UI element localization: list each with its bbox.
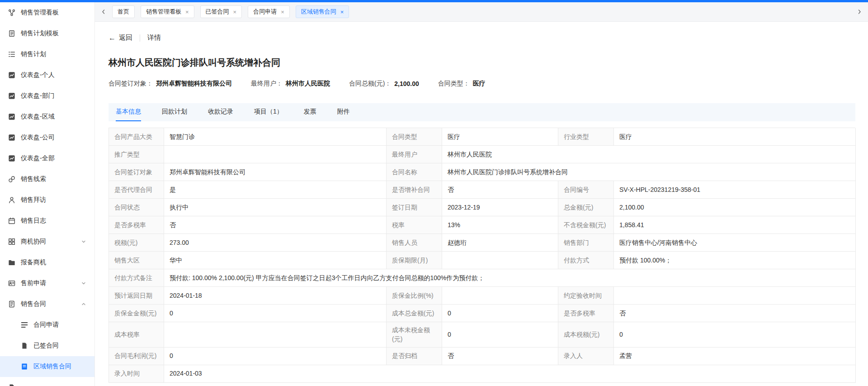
sidebar-item-presales-request[interactable]: 售前申请	[0, 273, 94, 294]
sidebar-item-label: 仪表盘-全部	[21, 154, 55, 162]
field-label: 税率	[387, 216, 442, 234]
window-tab-contract-request[interactable]: 合同申请×	[248, 5, 290, 18]
sidebar-item-sales-log[interactable]: 销售日志	[0, 210, 94, 231]
sidebar-item-label: 销售管理看板	[21, 9, 59, 17]
sidebar-item-dashboard-company[interactable]: 仪表盘-公司	[0, 127, 94, 148]
tabs-scroll-right-icon[interactable]	[856, 9, 863, 15]
collab-icon	[8, 238, 15, 245]
detail-tab-projects[interactable]: 项目（1）	[254, 103, 283, 121]
field-label: 成本税率	[109, 322, 164, 348]
field-value	[442, 287, 558, 305]
field-value: SV-X-HPL-20231219-358-01	[614, 181, 856, 199]
chevron-up-icon	[81, 301, 86, 307]
field-value: 林州市人民医院	[442, 146, 856, 163]
field-value: 否	[614, 305, 856, 322]
tab-label: 合同申请	[253, 8, 277, 16]
folder-icon	[8, 259, 15, 266]
detail-tab-invoices[interactable]: 发票	[304, 103, 316, 121]
summary-value: 2,100.00	[394, 80, 419, 87]
close-icon[interactable]: ×	[281, 9, 284, 15]
field-label: 合同毛利润(元)	[109, 348, 164, 365]
field-value: 医疗	[442, 128, 558, 146]
detail-tab-receipt-records[interactable]: 收款记录	[208, 103, 233, 121]
detail-table: 合同产品大类智慧门诊合同类型医疗行业类型医疗推广类型最终用户林州市人民医院合同签…	[108, 128, 855, 383]
summary-label: 合同总额(元)：	[349, 80, 391, 88]
tab-label: 销售管理看板	[146, 8, 181, 16]
summary-label: 最终用户：	[251, 80, 283, 88]
field-value: 华中	[164, 252, 387, 269]
window-tab-signed-contracts[interactable]: 已签合同×	[200, 5, 242, 18]
field-value	[164, 322, 387, 348]
field-value: 0	[442, 322, 558, 348]
field-value	[442, 252, 558, 269]
app-root: 销售管理看板销售计划模板销售计划仪表盘-个人仪表盘-部门仪表盘-区域仪表盘-公司…	[0, 0, 868, 386]
contract-title: 林州市人民医院门诊排队叫号系统增补合同	[108, 57, 855, 69]
field-value	[164, 146, 387, 163]
field-value: 否	[164, 216, 387, 234]
field-value: 1,858.41	[614, 216, 856, 234]
contract-apply-icon	[21, 321, 28, 329]
field-value: 预付款: 100.00% 2,100.00(元) 甲方应当在合同签订之日起3个工…	[164, 269, 856, 287]
sidebar-item-sales-plan-template[interactable]: 销售计划模板	[0, 23, 94, 44]
summary-value: 医疗	[473, 80, 486, 88]
sidebar-item-sales-contract[interactable]: 销售合同	[0, 294, 94, 315]
field-label: 合同编号	[558, 181, 614, 199]
close-icon[interactable]: ×	[185, 9, 189, 15]
sidebar-item-label: 区域销售合同	[33, 362, 71, 371]
sidebar-item-label: 报备商机	[21, 258, 46, 267]
sidebar-item-label: 销售计划	[21, 50, 46, 58]
sidebar-item-partial-item[interactable]	[0, 377, 94, 386]
sidebar-item-dashboard-personal[interactable]: 仪表盘-个人	[0, 65, 94, 86]
detail-tab-attachments[interactable]: 附件	[337, 103, 350, 121]
sidebar-item-sales-plan[interactable]: 销售计划	[0, 44, 94, 65]
field-value: 林州市人民医院门诊排队叫号系统增补合同	[442, 163, 856, 181]
sidebar-item-sales-visits[interactable]: 销售拜访	[0, 190, 94, 210]
tab-label: 区域销售合同	[301, 8, 336, 16]
close-icon[interactable]: ×	[233, 9, 237, 15]
sidebar-item-dashboard-region[interactable]: 仪表盘-区域	[0, 106, 94, 127]
field-label: 总金额(元)	[558, 199, 614, 216]
content-area: ← 返回 详情 林州市人民医院门诊排队叫号系统增补合同 合同签订对象：郑州卓辉智…	[95, 22, 868, 386]
link-icon	[8, 176, 15, 183]
sidebar-item-dashboard-department[interactable]: 仪表盘-部门	[0, 86, 94, 106]
window-tab-regional-sales-contracts[interactable]: 区域销售合同×	[296, 5, 349, 18]
sidebar-item-sales-kanban[interactable]: 销售管理看板	[0, 2, 94, 23]
sidebar-item-label: 售前申请	[21, 279, 46, 287]
detail-tab-payment-plan[interactable]: 回款计划	[162, 103, 187, 121]
field-label: 质保金金额(元)	[109, 305, 164, 322]
sidebar-item-signed-contracts[interactable]: 已签合同	[0, 335, 94, 356]
signed-contract-icon	[21, 342, 28, 349]
back-button[interactable]: ← 返回	[108, 33, 132, 42]
back-arrow-icon: ←	[108, 34, 116, 42]
field-value: 否	[442, 181, 558, 199]
close-icon[interactable]: ×	[340, 9, 344, 15]
back-label: 返回	[119, 33, 132, 42]
window-tab-home[interactable]: 首页	[112, 5, 135, 18]
field-value: 医疗	[614, 128, 856, 146]
tabs-scroll-left-icon[interactable]	[100, 9, 107, 15]
journal-icon	[8, 217, 15, 224]
detail-tabs: 基本信息回款计划收款记录项目（1）发票附件	[108, 103, 855, 121]
header-divider	[140, 34, 140, 42]
sidebar-item-sales-leads[interactable]: 销售线索	[0, 169, 94, 190]
summary-value: 林州市人民医院	[286, 80, 330, 88]
summary-label: 合同类型：	[438, 80, 470, 88]
sidebar-item-regional-sales-contracts[interactable]: 区域销售合同	[0, 356, 94, 377]
sidebar-item-opportunity-collab[interactable]: 商机协同	[0, 231, 94, 252]
sidebar-item-label: 销售拜访	[21, 196, 46, 204]
field-label: 成本税额(元)	[558, 322, 614, 348]
sidebar-item-dashboard-all[interactable]: 仪表盘-全部	[0, 148, 94, 169]
sidebar-item-reported-opportunities[interactable]: 报备商机	[0, 252, 94, 273]
field-label: 推广类型	[109, 146, 164, 163]
field-value: 预付款 100.00%；	[614, 252, 856, 269]
summary-value: 郑州卓辉智能科技有限公司	[156, 80, 232, 88]
window-tab-sales-kanban[interactable]: 销售管理看板×	[141, 5, 194, 18]
sidebar-item-label: 销售日志	[21, 217, 46, 225]
field-value: 2024-01-03	[164, 365, 856, 383]
page-title: 详情	[147, 33, 161, 42]
detail-tab-basic-info[interactable]: 基本信息	[116, 103, 141, 121]
dashboard-icon	[8, 134, 15, 141]
dashboard-icon	[8, 113, 15, 120]
contract-icon	[8, 300, 15, 308]
sidebar-item-contract-request[interactable]: 合同申请	[0, 315, 94, 335]
